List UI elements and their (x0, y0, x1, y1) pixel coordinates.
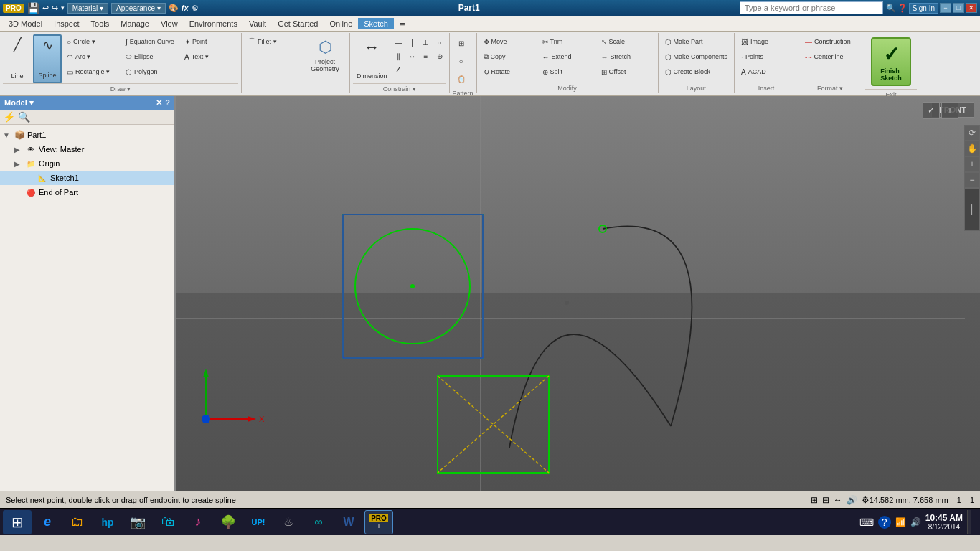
network-icon[interactable]: 📶 (895, 517, 906, 527)
nav-zoom-in-btn[interactable]: + (964, 156, 980, 172)
fx-icon[interactable]: fx (182, 4, 189, 12)
scale-button[interactable]: ⤡ Scale (598, 34, 655, 49)
tab-sketch[interactable]: Sketch (358, 18, 394, 29)
trim-button[interactable]: ✂ Trim (539, 34, 596, 49)
taskbar-help[interactable]: ? (878, 516, 891, 529)
sidebar-help-btn[interactable]: ? (165, 98, 170, 108)
make-part-button[interactable]: ⬡ Make Part (661, 34, 732, 49)
point-button[interactable]: ✦ Point (181, 34, 238, 49)
constrain-btn-9[interactable]: ∠ (392, 63, 405, 76)
expand-part1[interactable]: ▼ (3, 131, 11, 139)
appearance-dropdown[interactable]: Appearance ▾ (111, 3, 166, 14)
quick-access-save[interactable]: 💾 (27, 2, 39, 14)
volume-icon[interactable]: 🔊 (910, 517, 921, 527)
sidebar-filter-icon[interactable]: ⚡ (3, 111, 15, 123)
finish-sketch-button[interactable]: ✓ FinishSketch (871, 37, 911, 86)
text-button[interactable]: A Text ▾ (181, 50, 238, 64)
window-max-btn[interactable]: □ (953, 3, 964, 13)
split-button[interactable]: ⊕ Split (539, 65, 596, 79)
constrain-btn-1[interactable]: — (392, 36, 405, 49)
sidebar-item-vault[interactable]: Vault (243, 18, 272, 29)
mini-check-button[interactable]: ✓ (923, 102, 940, 119)
taskbar-ie[interactable]: e (33, 510, 62, 534)
nav-pan-btn[interactable]: ✋ (964, 141, 980, 156)
stretch-button[interactable]: ↔ Stretch (598, 50, 655, 64)
quick-access-redo[interactable]: ↪ (52, 4, 58, 13)
taskbar-tree[interactable]: 🌳 (214, 510, 242, 534)
taskbar-webcam[interactable]: 📷 (123, 510, 152, 534)
nav-orbit-btn[interactable]: ⟳ (964, 125, 980, 141)
search-input[interactable] (740, 1, 883, 14)
taskbar-explorer[interactable]: 🗂 (63, 510, 92, 534)
copy-button[interactable]: ⧉ Copy (480, 50, 537, 64)
pattern-btn-3[interactable]: 🪞 (453, 70, 470, 88)
sidebar-item-inspect[interactable]: Inspect (48, 18, 85, 29)
sidebar-item-3d-model[interactable]: 3D Model (3, 18, 48, 29)
sidebar-item-manage[interactable]: Manage (115, 18, 155, 29)
taskbar-steam[interactable]: ♨ (274, 510, 303, 534)
more-tools-icon[interactable]: ⚙ (192, 4, 199, 13)
project-geometry-button[interactable]: ⬡ Project Geometry (303, 34, 347, 83)
quick-access-more[interactable]: ▾ (61, 4, 65, 11)
status-icon-1[interactable]: ⊞ (811, 495, 818, 505)
nav-scroll-bar[interactable]: │ (964, 188, 980, 231)
tree-item-sketch1[interactable]: ▶ 📐 Sketch1 (0, 171, 174, 185)
expand-view-master[interactable]: ▶ (14, 146, 23, 154)
show-desktop-btn[interactable] (967, 510, 971, 534)
pattern-btn-1[interactable]: ⊞ (453, 34, 470, 52)
construction-button[interactable]: — Construction (801, 34, 859, 49)
constrain-btn-8[interactable]: ⊕ (433, 50, 446, 62)
menu-extra[interactable]: ≡ (394, 17, 411, 30)
taskbar-music[interactable]: ♪ (184, 510, 212, 534)
expand-origin[interactable]: ▶ (14, 160, 23, 168)
status-icon-5[interactable]: ⚙ (862, 495, 870, 505)
taskbar-hp[interactable]: hp (93, 510, 122, 534)
status-icon-4[interactable]: 🔊 (847, 495, 857, 505)
status-icon-3[interactable]: ↔ (834, 495, 842, 505)
spline-button[interactable]: ∿ Spline (33, 34, 62, 83)
tree-item-part1[interactable]: ▼ 📦 Part1 (0, 128, 174, 142)
constrain-btn-6[interactable]: ↔ (406, 50, 419, 62)
help-options-icon[interactable]: ❓ (897, 4, 908, 13)
image-button[interactable]: 🖼 Image (738, 34, 795, 49)
window-min-btn[interactable]: − (940, 3, 951, 13)
taskbar-inventor[interactable]: PRO I (364, 510, 393, 534)
constrain-btn-5[interactable]: ∥ (392, 50, 405, 62)
circle-button[interactable]: ○ Circle ▾ (63, 34, 121, 49)
points-button[interactable]: · Points (738, 50, 795, 64)
quick-access-undo[interactable]: ↩ (42, 4, 49, 13)
constrain-btn-2[interactable]: | (406, 36, 419, 49)
keyboard-icon[interactable]: ⌨ (859, 517, 874, 528)
taskbar-uptodate[interactable]: UP! (244, 510, 273, 534)
sidebar-item-tools[interactable]: Tools (85, 18, 116, 29)
material-dropdown[interactable]: Material ▾ (67, 3, 108, 14)
status-icon-2[interactable]: ⊟ (822, 495, 829, 505)
dimension-button[interactable]: ↔ Dimension (353, 34, 391, 83)
constrain-btn-10[interactable]: ⋯ (406, 63, 419, 76)
offset-button[interactable]: ⊞ Offset (598, 65, 655, 79)
fillet-button[interactable]: ⌒ Fillet ▾ (245, 34, 302, 49)
sidebar-item-environments[interactable]: Environments (184, 18, 243, 29)
taskbar-store[interactable]: 🛍 (154, 510, 182, 534)
rotate-button[interactable]: ↻ Rotate (480, 65, 537, 79)
tree-item-view-master[interactable]: ▶ 👁 View: Master (0, 142, 174, 156)
start-button[interactable]: ⊞ (3, 510, 32, 534)
sidebar-item-online[interactable]: Online (324, 18, 358, 29)
equation-curve-button[interactable]: ∫ Equation Curve (122, 34, 179, 49)
line-button[interactable]: ╱ Line (3, 34, 32, 83)
pattern-btn-2[interactable]: ○ (453, 52, 470, 70)
extend-button[interactable]: ↔ Extend (539, 50, 596, 64)
search-icon[interactable]: 🔍 (886, 4, 896, 13)
constrain-btn-4[interactable]: ○ (433, 36, 446, 49)
color-scheme-icon[interactable]: 🎨 (169, 4, 179, 13)
nav-zoom-out-btn[interactable]: − (964, 172, 980, 188)
sign-in-button[interactable]: Sign In (909, 3, 938, 14)
tree-item-end-of-part[interactable]: ▶ 🔴 End of Part (0, 185, 174, 199)
make-components-button[interactable]: ⬡ Make Components (661, 50, 732, 64)
rectangle-button[interactable]: ▭ Rectangle ▾ (63, 65, 121, 79)
create-block-button[interactable]: ⬡ Create Block (661, 65, 732, 79)
canvas-area[interactable]: X FRONT ✓ + ⟳ ✋ + − │ (176, 96, 980, 491)
constrain-btn-7[interactable]: ≡ (420, 50, 433, 62)
centerline-button[interactable]: -·- Centerline (801, 50, 859, 64)
sidebar-item-get-started[interactable]: Get Started (272, 18, 324, 29)
